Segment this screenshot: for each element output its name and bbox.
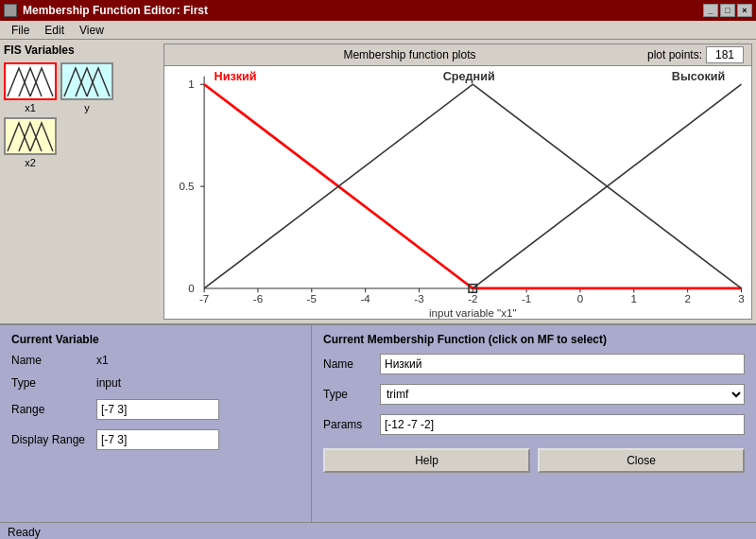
plot-svg: 1 0.5 0 -7 -6 -5 -4 -3 -2 [164, 66, 751, 319]
cmf-section-title: Current Membership Function (click on MF… [323, 333, 745, 346]
svg-rect-0 [164, 66, 751, 319]
fis-var-x1[interactable]: x1 [4, 62, 57, 113]
close-button[interactable]: × [737, 4, 752, 17]
cmf-buttons: Help Close [323, 448, 745, 473]
svg-text:1: 1 [188, 78, 194, 90]
plot-points-label: plot points: [647, 48, 702, 61]
svg-text:-6: -6 [253, 292, 263, 304]
svg-text:-1: -1 [522, 292, 531, 304]
svg-text:-4: -4 [360, 292, 370, 304]
cmf-type-row: Type trimf trapmf gaussmf gauss2mf gbell… [323, 384, 745, 405]
svg-text:Высокий: Высокий [672, 69, 725, 83]
minimize-button[interactable]: _ [703, 4, 718, 17]
window-title: Membership Function Editor: First [23, 4, 208, 17]
menu-file[interactable]: File [4, 22, 37, 39]
cv-display-range-row: Display Range [11, 429, 300, 450]
current-variable-section: Current Variable Name x1 Type input Rang… [0, 325, 312, 522]
svg-text:0: 0 [188, 282, 195, 294]
fis-variables-list: x1 y [4, 62, 160, 168]
cv-name-row: Name x1 [11, 354, 300, 367]
fis-var-label-x2: x2 [25, 157, 36, 168]
cmf-type-label: Type [323, 388, 380, 401]
cv-name-label: Name [11, 354, 96, 367]
cmf-params-label: Params [323, 418, 380, 431]
fis-var-box-x2[interactable] [4, 117, 57, 155]
cmf-name-label: Name [323, 357, 380, 371]
cmf-name-input[interactable] [380, 354, 745, 374]
fis-variables-title: FIS Variables [4, 43, 160, 57]
svg-text:-5: -5 [307, 292, 317, 304]
status-bar: Ready [0, 522, 756, 539]
fis-variables-panel: FIS Variables x1 [4, 43, 160, 320]
close-button[interactable]: Close [538, 448, 745, 473]
cv-section-title: Current Variable [11, 333, 300, 346]
maximize-button[interactable]: □ [720, 4, 735, 17]
svg-text:Низкий: Низкий [215, 69, 257, 83]
cv-range-label: Range [11, 403, 96, 416]
cmf-name-row: Name [323, 354, 745, 374]
menu-edit[interactable]: Edit [37, 22, 72, 39]
cv-type-row: Type input [11, 376, 300, 390]
plot-area: Membership function plots plot points: 1 [163, 43, 752, 320]
svg-text:-2: -2 [468, 292, 477, 304]
plot-canvas: 1 0.5 0 -7 -6 -5 -4 -3 -2 [164, 66, 751, 319]
svg-text:3: 3 [738, 292, 744, 304]
fis-var-x2[interactable]: x2 [4, 117, 57, 168]
plot-points-input[interactable] [706, 46, 744, 63]
status-text: Ready [8, 526, 41, 539]
svg-text:input variable "x1": input variable "x1" [429, 306, 516, 319]
plot-title: Membership function plots [172, 48, 647, 61]
fis-var-label-x1: x1 [25, 102, 36, 113]
fis-var-label-y: y [84, 102, 90, 113]
cv-type-value: input [96, 376, 121, 390]
svg-text:1: 1 [631, 292, 637, 304]
fis-var-y[interactable]: y [60, 62, 113, 113]
svg-text:-7: -7 [199, 292, 209, 304]
cv-name-value: x1 [96, 354, 109, 367]
help-button[interactable]: Help [323, 448, 530, 473]
fis-var-box-x1[interactable] [4, 62, 57, 100]
cmf-type-select[interactable]: trimf trapmf gaussmf gauss2mf gbellmf si… [380, 384, 745, 405]
bottom-panel: Current Variable Name x1 Type input Rang… [0, 323, 756, 522]
menu-bar: File Edit View [0, 21, 756, 40]
current-mf-section: Current Membership Function (click on MF… [312, 325, 756, 522]
title-bar: Membership Function Editor: First _ □ × [0, 0, 756, 21]
main-content: FIS Variables x1 [0, 40, 756, 323]
cv-display-range-label: Display Range [11, 433, 96, 446]
cv-type-label: Type [11, 376, 96, 390]
window-controls[interactable]: _ □ × [703, 4, 752, 17]
cmf-params-input[interactable] [380, 414, 745, 435]
cv-range-row: Range [11, 399, 300, 420]
cv-display-range-input[interactable] [96, 429, 219, 450]
svg-text:2: 2 [684, 292, 690, 304]
svg-text:0: 0 [577, 292, 584, 304]
plot-header: Membership function plots plot points: [164, 44, 751, 66]
svg-text:-3: -3 [414, 292, 423, 304]
menu-view[interactable]: View [72, 22, 112, 39]
svg-text:0.5: 0.5 [179, 180, 194, 192]
cmf-params-row: Params [323, 414, 745, 435]
app-icon [4, 4, 17, 17]
svg-text:Средний: Средний [443, 69, 495, 83]
cv-range-input[interactable] [96, 399, 219, 420]
fis-var-box-y[interactable] [60, 62, 113, 100]
